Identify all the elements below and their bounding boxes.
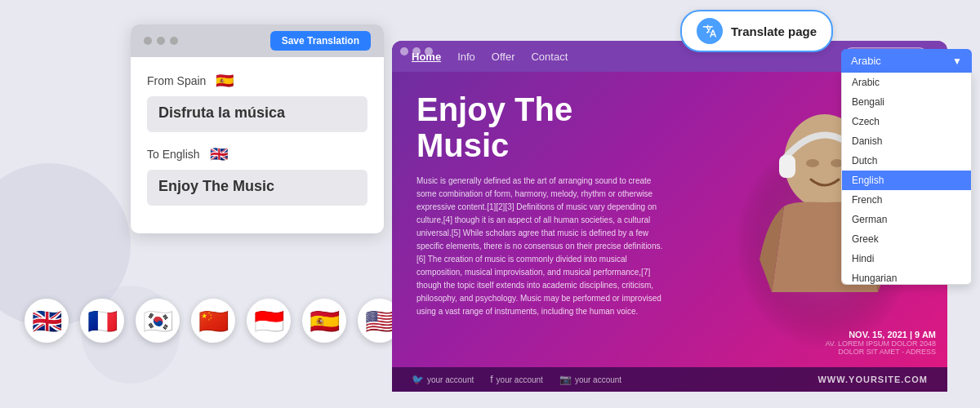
selected-language: Arabic [851,55,881,67]
translation-card: Save Translation From Spain 🇪🇸 Disfruta … [131,24,384,233]
from-flag: 🇪🇸 [214,70,235,91]
lang-item-german[interactable]: German [842,210,971,229]
window-dot-3 [170,37,178,45]
from-label: From Spain [147,74,206,87]
nav-dot-2 [412,47,421,55]
dropdown-arrow-icon: ▼ [952,55,962,67]
language-dropdown[interactable]: Arabic ▼ ArabicBengaliCzechDanishDutchEn… [841,49,972,285]
footer-twitter: 🐦 your account [412,374,474,385]
nav-info[interactable]: Info [457,51,475,63]
translate-page-label: Translate page [731,24,817,38]
lang-item-hindi[interactable]: Hindi [842,249,971,268]
site-footer: 🐦 your account f your account 📷 your acc… [392,367,947,392]
to-flag: 🇬🇧 [208,144,229,165]
save-translation-button[interactable]: Save Translation [270,31,371,51]
window-dot-2 [157,37,165,45]
facebook-icon: f [490,374,492,385]
lang-item-danish[interactable]: Danish [842,131,971,151]
flag-chinese[interactable]: 🇨🇳 [191,299,235,343]
to-label: To English [147,148,200,161]
lang-item-hungarian[interactable]: Hungarian [842,268,971,285]
lang-item-greek[interactable]: Greek [842,229,971,249]
flag-korean[interactable]: 🇰🇷 [136,299,180,343]
flag-spanish[interactable]: 🇪🇸 [302,299,346,343]
lang-item-bengali[interactable]: Bengali [842,92,971,112]
hero-title-line1: Enjoy The [416,91,572,127]
lang-item-french[interactable]: French [842,190,971,210]
flags-row: 🇬🇧🇫🇷🇰🇷🇨🇳🇮🇩🇪🇸🇺🇸 [24,299,402,343]
card-header: Save Translation [131,24,384,57]
nav-dot-3 [425,47,433,55]
window-controls [400,47,433,55]
translation-body: From Spain 🇪🇸 Disfruta la música To Engl… [131,57,384,206]
translate-icon [697,18,723,44]
target-text-box: Enjoy The Music [147,170,368,206]
source-text-box: Disfruta la música [147,96,368,132]
lang-item-dutch[interactable]: Dutch [842,151,971,171]
translate-page-button[interactable]: Translate page [680,10,833,52]
hero-title-line2: Music [416,127,509,163]
lang-item-czech[interactable]: Czech [842,112,971,131]
flag-indonesian[interactable]: 🇮🇩 [247,299,291,343]
twitter-icon: 🐦 [412,374,424,385]
lang-item-arabic[interactable]: Arabic [842,73,971,92]
footer-facebook: f your account [490,374,543,385]
flag-english[interactable]: 🇬🇧 [24,299,69,343]
dropdown-header[interactable]: Arabic ▼ [841,49,972,73]
footer-website: WWW.YOURSITE.COM [817,375,928,384]
hero-description: Music is generally defined as the art of… [416,175,670,318]
nav-offer[interactable]: Offer [492,51,515,63]
window-dot-1 [144,37,152,45]
language-list[interactable]: ArabicBengaliCzechDanishDutchEnglishFren… [841,73,972,285]
footer-instagram: 📷 your account [559,374,621,385]
nav-dot-1 [400,47,408,55]
lang-item-english[interactable]: English [842,171,971,190]
flag-french[interactable]: 🇫🇷 [80,299,124,343]
to-language-row: To English 🇬🇧 [147,144,368,165]
nav-contact[interactable]: Contact [531,51,568,63]
instagram-icon: 📷 [559,374,572,385]
from-language-row: From Spain 🇪🇸 [147,70,368,91]
